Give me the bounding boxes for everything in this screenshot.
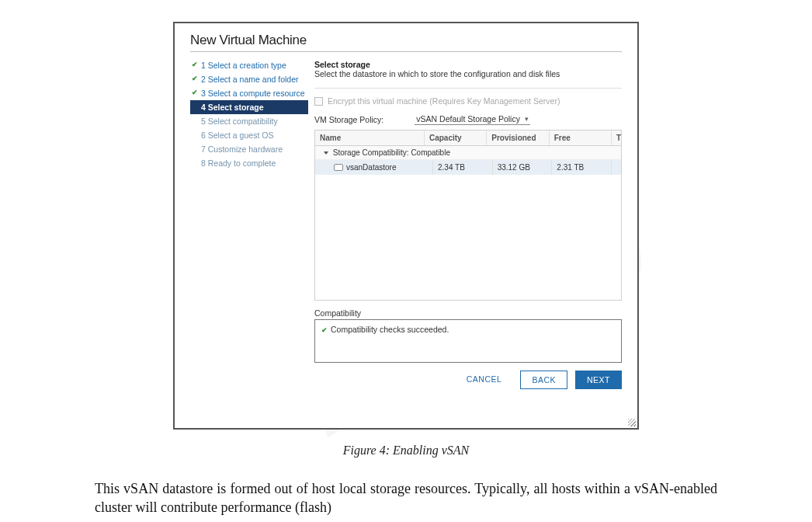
- col-name[interactable]: Name: [315, 130, 425, 145]
- figure-caption: Figure 4: Enabling vSAN: [70, 444, 742, 458]
- wizard-steps: 1 Select a creation type 2 Select a name…: [190, 57, 308, 417]
- table-empty-area: [315, 175, 621, 300]
- wizard-dialog: New Virtual Machine 1 Select a creation …: [173, 22, 639, 430]
- step-guest-os: 6 Select a guest OS: [190, 128, 308, 142]
- col-t[interactable]: T: [612, 130, 621, 145]
- datastore-icon: [334, 164, 343, 171]
- step-ready-complete: 8 Ready to complete: [190, 156, 308, 170]
- step-compute-resource[interactable]: 3 Select a compute resource: [190, 86, 308, 100]
- datastore-table: Name Capacity Provisioned Free T Storage…: [314, 130, 622, 301]
- cell-capacity: 2.34 TB: [433, 160, 493, 175]
- cell-name: vsanDatastore: [346, 163, 396, 172]
- compatibility-message: Compatibility checks succeeded.: [321, 325, 449, 334]
- cell-provisioned: 33.12 GB: [493, 160, 553, 175]
- cancel-button[interactable]: CANCEL: [456, 371, 513, 389]
- col-capacity[interactable]: Capacity: [425, 130, 487, 145]
- policy-dropdown[interactable]: vSAN Default Storage Policy ▾: [415, 113, 530, 125]
- section-title: Select storage: [314, 60, 622, 69]
- collapse-icon: [324, 151, 328, 155]
- dialog-title: New Virtual Machine: [190, 33, 622, 48]
- divider: [314, 88, 622, 89]
- next-button[interactable]: NEXT: [575, 371, 622, 389]
- col-provisioned[interactable]: Provisioned: [487, 130, 549, 145]
- step-name-folder[interactable]: 2 Select a name and folder: [190, 72, 308, 86]
- back-button[interactable]: BACK: [520, 371, 567, 389]
- divider: [190, 51, 622, 52]
- compatibility-label: Compatibility: [314, 308, 622, 318]
- step-select-storage[interactable]: 4 Select storage: [190, 100, 308, 114]
- encrypt-label: Encrypt this virtual machine (Requires K…: [328, 96, 560, 106]
- step-compatibility: 5 Select compatibility: [190, 114, 308, 128]
- encrypt-option: Encrypt this virtual machine (Requires K…: [314, 96, 622, 106]
- step-customize-hardware: 7 Customize hardware: [190, 142, 308, 156]
- col-free[interactable]: Free: [550, 130, 612, 145]
- wizard-main-panel: Select storage Select the datastore in w…: [308, 57, 622, 417]
- body-paragraph: This vSAN datastore is formed out of hos…: [95, 479, 717, 517]
- section-subtitle: Select the datastore in which to store t…: [314, 69, 622, 78]
- step-creation-type[interactable]: 1 Select a creation type: [190, 58, 308, 72]
- policy-value: vSAN Default Storage Policy: [416, 114, 520, 124]
- dialog-footer: CANCEL BACK NEXT: [314, 371, 622, 389]
- policy-label: VM Storage Policy:: [314, 115, 383, 124]
- table-group[interactable]: Storage Compatibility: Compatible: [315, 146, 621, 160]
- table-header: Name Capacity Provisioned Free T: [315, 130, 621, 146]
- resize-grip-icon[interactable]: [628, 419, 636, 426]
- group-label: Storage Compatibility: Compatible: [333, 148, 450, 157]
- compatibility-box: Compatibility checks succeeded.: [314, 319, 622, 363]
- cell-t: [612, 160, 621, 175]
- cell-free: 2.31 TB: [552, 160, 612, 175]
- encrypt-checkbox: [314, 97, 323, 106]
- chevron-down-icon: ▾: [525, 115, 529, 123]
- table-row[interactable]: vsanDatastore 2.34 TB 33.12 GB 2.31 TB: [315, 160, 621, 175]
